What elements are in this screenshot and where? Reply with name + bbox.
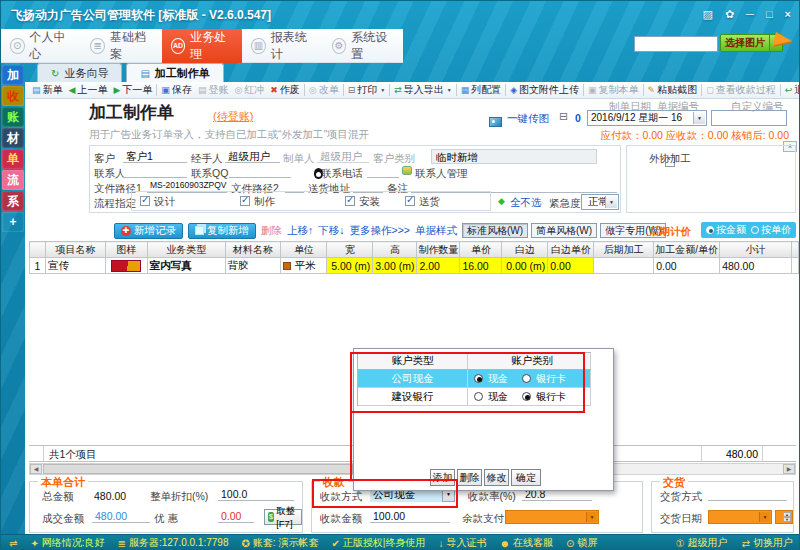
handler-field[interactable]: 超级用户	[225, 150, 280, 163]
status-current-user[interactable]: ①超级用户	[676, 536, 728, 550]
table-header-cell[interactable]: 加工金额/单价	[654, 242, 720, 258]
minimize-icon[interactable]: ─	[746, 7, 754, 21]
table-cell[interactable]: 0.00	[548, 258, 594, 274]
urgency-combobox[interactable]: 正常 ▼	[581, 194, 619, 210]
search-input[interactable]	[634, 36, 718, 52]
theme-icon[interactable]: ✿	[725, 7, 734, 21]
toolbar-import-export-button[interactable]: ⇄导入导出▼	[391, 83, 455, 97]
popup-delete-button[interactable]: 删除	[457, 469, 482, 486]
side-tab-add[interactable]: +	[2, 212, 24, 232]
scroll-right-icon[interactable]: ▶	[783, 464, 795, 474]
scroll-left-icon[interactable]: ◀	[30, 464, 42, 474]
table-header-cell[interactable]: 材料名称	[225, 242, 281, 258]
status-account-set[interactable]: ✪账套: 演示帐套	[241, 536, 318, 550]
side-tab-cai[interactable]: 材	[2, 128, 24, 148]
import-export-dropdown-icon[interactable]: ▼	[447, 87, 452, 93]
table-header-cell[interactable]: 宽	[327, 242, 373, 258]
toolbar-void-order-button[interactable]: ✖作废	[267, 83, 303, 97]
toolbar-attachment-upload-button[interactable]: ◈图文附件上传	[507, 83, 582, 97]
table-header-cell[interactable]: 小计	[720, 242, 792, 258]
by-unit-price-radio[interactable]	[751, 226, 759, 234]
toolbar-column-config-button[interactable]: ▦列配置	[458, 83, 505, 97]
spin-down-icon[interactable]: ▼	[783, 517, 791, 522]
table-cell[interactable]: 1	[30, 258, 46, 274]
nav-personal-center[interactable]: ⊙个人中心	[1, 29, 81, 63]
toolbar-new-order-button[interactable]: ▤新单	[29, 83, 66, 97]
status-lock-screen[interactable]: ⊙锁屏	[566, 536, 597, 550]
table-cell[interactable]: 5.00 (m)	[327, 258, 373, 274]
table-header-cell[interactable]: 制作数量	[417, 242, 460, 258]
table-cell[interactable]	[105, 258, 147, 274]
account-row[interactable]: 建设银行现金银行卡	[358, 388, 591, 406]
table-header-cell[interactable]: 后期加工	[594, 242, 654, 258]
toolbar-print-button[interactable]: ⊟打印▼	[345, 83, 389, 97]
side-tab-shou[interactable]: 收	[2, 86, 24, 106]
copy-record-button[interactable]: 复制新增	[188, 223, 256, 239]
skin-icon[interactable]: ▨	[702, 7, 712, 21]
printer-icon[interactable]: ⊟	[559, 110, 568, 123]
status-online-service[interactable]: ☻在线客服	[499, 536, 553, 550]
flow-2-checkbox[interactable]	[240, 196, 250, 206]
status-license[interactable]: ✔正版授权|终身使用	[331, 536, 425, 550]
side-tab-xi[interactable]: 系	[2, 191, 24, 211]
table-cell[interactable]: 0.00 (m)	[502, 258, 548, 274]
table-cell[interactable]: 3.00 (m)	[373, 258, 417, 274]
table-cell[interactable]: 室内写真	[147, 258, 225, 274]
add-record-button[interactable]: ✚ 新增记录	[114, 223, 183, 239]
balance-date-field[interactable]: ▼	[505, 510, 599, 524]
table-cell[interactable]	[791, 258, 798, 274]
contact-qq-field[interactable]	[229, 165, 291, 178]
print-dropdown-icon[interactable]: ▼	[380, 87, 385, 93]
move-up-button[interactable]: 上移↑	[287, 224, 313, 238]
side-tab-zhang[interactable]: 账	[2, 107, 24, 127]
cash-radio[interactable]	[474, 374, 483, 383]
balance-date-dropdown-icon[interactable]: ▼	[586, 512, 597, 522]
table-header-cell[interactable]: 白边单价	[548, 242, 594, 258]
popup-confirm-button[interactable]: 确定	[511, 469, 541, 486]
status-server[interactable]: ≣服务器:127.0.0.1:7798	[118, 536, 229, 550]
nav-basic-archives[interactable]: ≣基础档案	[81, 29, 161, 63]
urgency-dropdown-icon[interactable]: ▼	[605, 196, 617, 208]
delivery-method-field[interactable]	[708, 488, 787, 501]
customer-category-field[interactable]: 临时新增	[431, 149, 597, 164]
table-header-cell[interactable]: 单位	[281, 242, 327, 258]
nav-report-statistics[interactable]: ▥报表统计	[242, 29, 322, 63]
discount-field[interactable]: 100.0	[218, 488, 294, 501]
table-cell[interactable]: 0.00	[654, 258, 720, 274]
status-network-status[interactable]: ✦网络情况:良好	[30, 536, 104, 550]
pending-status-link[interactable]: (待登账)	[213, 109, 253, 124]
side-tab-jia[interactable]: 加	[2, 65, 24, 85]
table-header-cell[interactable]: 单价	[460, 242, 502, 258]
table-header-cell[interactable]: 项目名称	[45, 242, 105, 258]
more-actions-button[interactable]: 更多操作>>>	[350, 224, 410, 238]
contact-manager-link[interactable]: 联系人管理	[415, 167, 468, 181]
toolbar-paste-screenshot-button[interactable]: ✎粘贴截图	[645, 83, 701, 97]
delete-record-button[interactable]: 删除	[261, 224, 282, 238]
customer-field[interactable]: 客户1	[123, 150, 187, 163]
select-none-link[interactable]: 全不选	[510, 196, 542, 210]
account-row[interactable]: 公司现金现金银行卡	[358, 370, 591, 388]
table-header-cell[interactable]: 业务类型	[147, 242, 225, 258]
table-header-cell[interactable]	[30, 242, 46, 258]
status-import-cert[interactable]: ↓导入证书	[438, 536, 486, 550]
round-button[interactable]: $ 取整[F7]	[264, 509, 302, 525]
card-radio[interactable]	[522, 392, 531, 401]
status-switch-user[interactable]: ⇄切换用户	[742, 536, 793, 550]
favor-field[interactable]: 0.00	[218, 510, 254, 523]
delivery-date-field[interactable]: ▼	[708, 510, 772, 524]
delivery-time-spinner[interactable]: ▲ ▼	[775, 510, 793, 524]
delivery-date-dropdown-icon[interactable]: ▼	[759, 512, 770, 522]
nav-system-settings[interactable]: ⚙系统设置	[323, 29, 403, 63]
style-button-1[interactable]: 标准风格(W)	[462, 223, 528, 238]
popup-modify-button[interactable]: 修改	[484, 469, 509, 486]
tab-business-wizard[interactable]: ↻业务向导	[37, 63, 122, 82]
contact-field[interactable]	[123, 165, 187, 178]
toolbar-prev-order-button[interactable]: ◀上一单	[66, 83, 111, 97]
side-tab-liu[interactable]: 流	[2, 170, 24, 190]
popup-add-button[interactable]: 添加	[430, 469, 455, 486]
by-amount-radio[interactable]	[706, 226, 714, 234]
payment-amount-field[interactable]: 100.00	[370, 510, 450, 523]
table-header-cell[interactable]: 图样	[105, 242, 147, 258]
cash-radio[interactable]	[474, 392, 483, 401]
flow-4-checkbox[interactable]	[405, 196, 415, 206]
